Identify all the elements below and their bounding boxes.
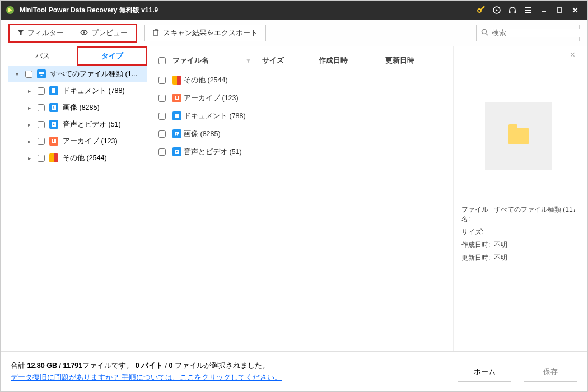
key-icon[interactable] (473, 2, 489, 18)
archive-icon (49, 137, 58, 146)
svg-rect-23 (176, 115, 178, 115)
tree-av[interactable]: ▸ 音声とビデオ (51) (8, 116, 147, 133)
minimize-button[interactable] (536, 2, 552, 18)
filter-preview-group: フィルター プレビュー (8, 24, 137, 43)
filter-button[interactable]: フィルター (10, 25, 72, 41)
maximize-button[interactable] (552, 2, 567, 18)
close-button[interactable] (567, 2, 583, 18)
sort-icon: ▼ (245, 58, 262, 64)
detail-modified: 更新日時: 不明 (461, 251, 575, 264)
svg-rect-5 (515, 11, 516, 13)
chevron-down-icon[interactable]: ▾ (13, 71, 21, 77)
svg-rect-4 (509, 11, 511, 13)
chevron-right-icon[interactable]: ▸ (25, 155, 33, 161)
row-checkbox[interactable] (158, 148, 166, 156)
tree-other[interactable]: ▸ その他 (2544) (8, 150, 147, 166)
svg-rect-10 (39, 72, 44, 74)
list-row[interactable]: ドキュメント (788) (158, 107, 442, 125)
save-button[interactable]: 保存 (524, 362, 577, 382)
detail-created: 作成日時: 不明 (461, 239, 575, 251)
svg-rect-13 (53, 90, 55, 90)
detail-panel: × ファイル名: すべてのファイル種類 (11791 サイズ: 作成日時: 不明… (454, 46, 580, 351)
list-row[interactable]: 音声とビデオ (51) (158, 143, 442, 161)
menu-icon[interactable] (520, 2, 536, 18)
titlebar: MiniTool Power Data Recovery 無料版 v11.9 (1, 1, 587, 20)
document-icon (172, 111, 181, 120)
svg-rect-11 (41, 75, 43, 76)
svg-point-3 (496, 10, 498, 11)
tree-root[interactable]: ▾ すべてのファイル種類 (1... (8, 66, 147, 82)
search-input[interactable] (492, 29, 580, 37)
list-row[interactable]: その他 (2544) (158, 71, 442, 89)
row-checkbox[interactable] (158, 95, 166, 102)
folder-icon (508, 128, 529, 144)
svg-rect-8 (153, 30, 158, 35)
eye-icon (80, 29, 88, 38)
row-checkbox[interactable] (158, 77, 166, 84)
list-row[interactable]: 画像 (8285) (158, 125, 442, 143)
home-button[interactable]: ホーム (458, 362, 511, 382)
col-size[interactable]: サイズ (262, 56, 319, 66)
col-created[interactable]: 作成日時 (319, 56, 385, 66)
summary-line: 合計 12.80 GB / 11791ファイルです。 0 バイト / 0 ファイ… (11, 361, 282, 371)
headphones-icon[interactable] (505, 2, 520, 18)
row-checkbox[interactable] (158, 130, 166, 138)
monitor-icon (37, 69, 46, 78)
tree-img-checkbox[interactable] (38, 104, 45, 111)
preview-button[interactable]: プレビュー (72, 25, 136, 41)
file-list: ファイル名▼ サイズ 作成日時 更新日時 その他 (2544) アーカイブ (1… (147, 46, 454, 351)
row-label: 画像 (8285) (184, 129, 221, 139)
tree-doc[interactable]: ▸ ドキュメント (788) (8, 82, 147, 99)
tree-other-checkbox[interactable] (38, 155, 45, 162)
search-box[interactable] (476, 25, 580, 41)
svg-point-26 (176, 133, 177, 134)
tree-arc-label: アーカイブ (123) (63, 137, 118, 146)
close-icon[interactable]: × (570, 50, 575, 60)
chevron-right-icon[interactable]: ▸ (25, 88, 33, 94)
image-icon (172, 129, 181, 138)
footer-text: 合計 12.80 GB / 11791ファイルです。 0 バイト / 0 ファイ… (11, 361, 282, 382)
disc-icon[interactable] (489, 2, 505, 18)
help-link[interactable]: データ復旧に問題がありますか？ 手順については、ここをクリックしてください。 (11, 373, 282, 382)
archive-icon (172, 94, 181, 102)
row-label: 音声とビデオ (51) (184, 147, 242, 157)
audio-video-icon (49, 120, 58, 129)
col-modified[interactable]: 更新日時 (385, 56, 442, 66)
tree-root-checkbox[interactable] (25, 71, 32, 78)
row-label: その他 (2544) (184, 76, 228, 85)
chevron-right-icon[interactable]: ▸ (25, 105, 33, 111)
export-button[interactable]: スキャン結果をエクスポート (144, 25, 266, 41)
chevron-right-icon[interactable]: ▸ (25, 122, 33, 128)
detail-size: サイズ: (461, 226, 575, 239)
document-icon (49, 86, 58, 95)
tree-img[interactable]: ▸ 画像 (8285) (8, 99, 147, 116)
tree-img-label: 画像 (8285) (63, 103, 100, 113)
tab-type[interactable]: タイプ (77, 46, 147, 66)
row-label: ドキュメント (788) (184, 111, 246, 121)
main-area: パス タイプ ▾ すべてのファイル種類 (1... ▸ ドキュメント (788)… (1, 46, 587, 351)
filter-icon (17, 29, 24, 38)
tree-other-label: その他 (2544) (63, 153, 107, 163)
export-icon (153, 29, 160, 38)
svg-rect-14 (53, 91, 55, 91)
preview-label: プレビュー (91, 29, 128, 38)
col-name[interactable]: ファイル名▼ (172, 56, 262, 66)
row-checkbox[interactable] (158, 113, 166, 120)
tree-arc[interactable]: ▸ アーカイブ (123) (8, 133, 147, 150)
list-header: ファイル名▼ サイズ 作成日時 更新日時 (158, 51, 442, 71)
tree-doc-checkbox[interactable] (38, 87, 45, 95)
tree-av-checkbox[interactable] (38, 121, 45, 128)
tree: ▾ すべてのファイル種類 (1... ▸ ドキュメント (788) ▸ 画像 (… (8, 66, 147, 351)
search-icon (481, 29, 488, 38)
tree-arc-checkbox[interactable] (38, 138, 45, 145)
chevron-right-icon[interactable]: ▸ (25, 138, 33, 144)
other-icon (172, 76, 181, 85)
select-all-checkbox[interactable] (158, 57, 166, 64)
tab-path[interactable]: パス (8, 46, 77, 66)
tab-path-label: パス (35, 52, 50, 61)
list-row[interactable]: アーカイブ (123) (158, 89, 442, 107)
sidebar: パス タイプ ▾ すべてのファイル種類 (1... ▸ ドキュメント (788)… (8, 46, 147, 351)
svg-rect-6 (557, 8, 562, 12)
content: ファイル名▼ サイズ 作成日時 更新日時 その他 (2544) アーカイブ (1… (147, 46, 580, 351)
app-title: MiniTool Power Data Recovery 無料版 v11.9 (20, 6, 158, 15)
